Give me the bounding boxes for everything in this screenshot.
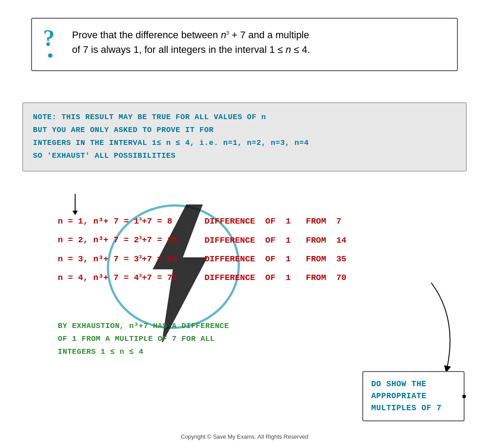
question-dot [48,53,52,58]
question-text: Prove that the difference between n3 + 7… [72,28,444,57]
curved-arrow-icon [422,283,462,380]
conclusion-area: BY EXHAUSTION, n³+7 HAS A DIFFERENCE OF … [58,320,229,359]
callout-text: DO SHOW THE APPROPRIATE MULTIPLES OF 7 [371,378,456,414]
arrow-head [72,211,78,215]
callout-box: DO SHOW THE APPROPRIATE MULTIPLES OF 7 [362,371,465,421]
arrow-line [75,194,76,211]
callout-dot [462,395,466,398]
question-box: ? Prove that the difference between n3 +… [31,18,458,71]
arrow-down [72,194,78,215]
calc-row-2: n = 2, n³+ 7 = 23+7 = 15 DIFFERENCE OF 1… [58,236,346,244]
note-box: NOTE: THIS RESULT MAY BE TRUE FOR ALL VA… [22,102,467,172]
copyright-text: Copyright © Save My Exams. All Rights Re… [180,433,308,440]
note-text: NOTE: THIS RESULT MAY BE TRUE FOR ALL VA… [33,111,456,163]
question-mark-icon: ? [43,27,55,50]
calc-row-4: n = 4, n³+ 7 = 43+7 = 71 DIFFERENCE OF 1… [58,273,346,282]
calc-row-3: n = 3, n³+ 7 = 33+7 = 34 DIFFERENCE OF 1… [58,255,346,264]
conclusion-text: BY EXHAUSTION, n³+7 HAS A DIFFERENCE OF … [58,320,229,359]
calc-area: n = 1, n³+ 7 = 13+7 = 8 DIFFERENCE OF 1 … [58,217,346,292]
calc-row-1: n = 1, n³+ 7 = 13+7 = 8 DIFFERENCE OF 1 … [58,217,346,226]
